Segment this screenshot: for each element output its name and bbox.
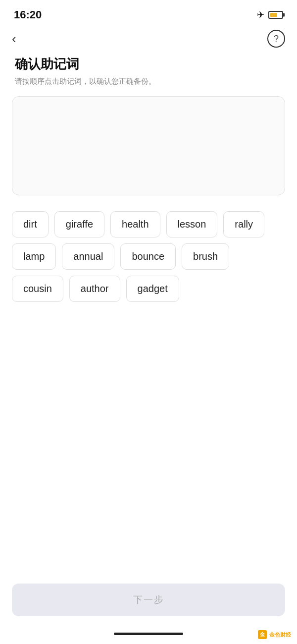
word-chip-bounce[interactable]: bounce [120, 243, 176, 270]
mnemonic-input-area [12, 96, 285, 195]
word-chip-cousin[interactable]: cousin [12, 276, 63, 302]
page-header: 确认助记词 请按顺序点击助记词，以确认您正确备份。 [0, 53, 297, 96]
watermark-icon: 金 [258, 630, 267, 639]
page-title: 确认助记词 [15, 56, 282, 73]
status-bar: 16:20 ✈ [0, 0, 297, 27]
airplane-icon: ✈ [257, 9, 264, 20]
battery-icon [268, 11, 283, 19]
word-chip-giraffe[interactable]: giraffe [54, 211, 104, 237]
page-subtitle: 请按顺序点击助记词，以确认您正确备份。 [15, 76, 282, 87]
word-chip-rally[interactable]: rally [223, 211, 264, 237]
back-button[interactable]: ‹ [12, 30, 20, 47]
next-button[interactable]: 下一步 [12, 584, 285, 616]
word-chip-author[interactable]: author [69, 276, 120, 302]
status-time: 16:20 [14, 8, 42, 21]
word-grid: dirtgiraffehealthlessonrallylampannualbo… [0, 207, 297, 302]
watermark-text: 金色财经 [269, 631, 291, 639]
word-chip-gadget[interactable]: gadget [126, 276, 179, 302]
watermark: 金 金色财经 [258, 630, 291, 639]
help-button[interactable]: ? [267, 30, 285, 48]
word-chip-annual[interactable]: annual [62, 243, 114, 270]
bottom-home-indicator [114, 633, 183, 635]
word-chip-lesson[interactable]: lesson [166, 211, 218, 237]
battery-fill [270, 13, 277, 17]
word-chip-health[interactable]: health [110, 211, 160, 237]
word-chip-brush[interactable]: brush [182, 243, 229, 270]
word-chip-dirt[interactable]: dirt [12, 211, 49, 237]
word-chip-lamp[interactable]: lamp [12, 243, 56, 270]
next-button-wrapper: 下一步 [12, 584, 285, 616]
nav-bar: ‹ ? [0, 27, 297, 53]
status-icons: ✈ [257, 9, 283, 20]
